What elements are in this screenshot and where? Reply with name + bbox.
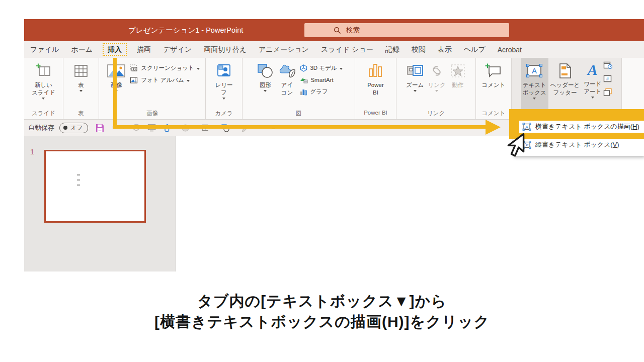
powerbi-icon	[368, 61, 383, 80]
text-box-icon: A	[525, 61, 543, 80]
powerbi-button[interactable]: Power BI	[365, 60, 386, 98]
icons-button[interactable]: アイ コン	[276, 60, 298, 98]
slide-number-button[interactable]: #	[603, 75, 612, 84]
menu-item-vertical-text-box[interactable]: A 縦書きテキスト ボックス(V)	[519, 139, 644, 151]
tutorial-page: プレゼンテーション1 - PowerPoint 検索 ファイル ホーム 挿入 描…	[0, 0, 644, 362]
save-button[interactable]	[95, 123, 105, 133]
group-label-comments: コメント	[476, 110, 511, 119]
screenshot-button[interactable]: スクリーンショット	[130, 64, 200, 72]
chevron-down-icon	[435, 90, 438, 92]
object-button[interactable]	[603, 88, 612, 98]
tab-animations[interactable]: アニメーション	[259, 45, 309, 54]
tab-transitions[interactable]: 画面切り替え	[204, 45, 247, 54]
slide-number: 1	[30, 148, 34, 156]
chevron-down-icon	[197, 68, 200, 70]
text-box-label: テキスト ボックス	[523, 81, 546, 97]
tab-help[interactable]: ヘルプ	[464, 45, 486, 54]
autosave-label: 自動保存	[28, 123, 54, 132]
autosave-toggle[interactable]: オフ	[59, 123, 88, 133]
slide-thumbnail[interactable]	[44, 150, 146, 223]
ribbon-tab-bar: ファイル ホーム 挿入 描画 デザイン 画面切り替え アニメーション スライド …	[24, 41, 644, 58]
shapes-button[interactable]: 図形	[255, 60, 276, 93]
tutorial-arrow-vertical-segment	[113, 58, 117, 127]
smartart-icon	[300, 76, 308, 83]
ribbon-group-illustrations: 図形 アイ コン	[243, 58, 355, 119]
ribbon-group-table: 表 表	[63, 58, 99, 119]
group-label-powerbi: Power BI	[355, 110, 396, 119]
text-box-button[interactable]: A テキスト ボックス	[521, 58, 548, 109]
tab-home[interactable]: ホーム	[71, 45, 93, 54]
group-label-camera: カメラ	[206, 110, 242, 119]
date-time-button[interactable]	[603, 61, 612, 71]
table-label: 表	[78, 81, 84, 89]
chart-button[interactable]: グラフ	[300, 88, 342, 96]
tab-design[interactable]: デザイン	[163, 45, 192, 54]
comment-label: コメント	[481, 81, 505, 89]
icons-label: アイ コン	[281, 81, 293, 97]
chevron-down-icon	[340, 68, 343, 70]
object-icon	[603, 88, 612, 96]
chevron-down-icon	[533, 98, 536, 100]
action-label: 動作	[452, 81, 463, 89]
mouse-cursor-icon	[496, 132, 525, 163]
smartart-label: SmartArt	[310, 77, 333, 83]
table-button[interactable]: 表	[71, 60, 91, 93]
link-button: リンク	[426, 60, 447, 93]
3d-models-button[interactable]: 3D モデル	[300, 64, 342, 72]
menu-item-label: 縦書きテキスト ボックス(V)	[535, 140, 619, 149]
tab-record[interactable]: 記録	[385, 45, 399, 54]
tab-review[interactable]: 校閲	[412, 45, 426, 54]
table-icon	[73, 61, 89, 80]
cameo-button[interactable]: レリー フ	[213, 60, 234, 101]
zoom-label: ズーム	[406, 81, 424, 89]
window-title: プレゼンテーション1 - PowerPoint	[128, 19, 243, 41]
screenshot-label: スクリーンショット	[141, 64, 194, 72]
header-footer-button[interactable]: ヘッダーと フッター	[548, 58, 582, 110]
tab-view[interactable]: 表示	[438, 45, 452, 54]
cameo-icon	[216, 61, 232, 80]
horizontal-text-box-icon: A	[522, 123, 531, 131]
powerbi-label: Power BI	[367, 81, 384, 97]
screenshot-icon	[130, 64, 138, 72]
wordart-button[interactable]: A ワード アート	[582, 58, 603, 110]
new-slide-button[interactable]: 新しい スライド	[30, 60, 57, 101]
ribbon-group-comments: コメント コメント	[476, 58, 512, 119]
ribbon-group-links: ズーム リンク	[396, 58, 476, 119]
tab-draw[interactable]: 描画	[137, 45, 151, 54]
ribbon-group-camera: レリー フ カメラ	[206, 58, 243, 119]
comment-button[interactable]: コメント	[479, 60, 507, 90]
thumbnail-text-marks	[77, 174, 81, 186]
chevron-down-icon	[79, 90, 83, 92]
3d-models-label: 3D モデル	[310, 64, 337, 72]
tutorial-arrow-horizontal-segment	[113, 125, 487, 129]
comment-icon	[485, 61, 502, 80]
tab-acrobat[interactable]: Acrobat	[498, 46, 522, 54]
group-label-illustrations: 図	[243, 110, 355, 119]
ribbon-group-slides: 新しい スライド スライド	[24, 58, 63, 119]
tab-insert[interactable]: 挿入	[103, 43, 127, 56]
link-label: リンク	[428, 81, 445, 89]
toggle-knob	[63, 126, 67, 130]
svg-text:A: A	[532, 66, 537, 75]
chevron-down-icon	[222, 98, 225, 100]
duck-leaf-icon	[278, 61, 296, 80]
menu-item-draw-horizontal-text-box[interactable]: A 横書きテキスト ボックスの描画(H)	[519, 121, 644, 133]
group-label-table: 表	[63, 110, 99, 119]
slide-thumbnail-panel[interactable]: 1	[24, 136, 176, 272]
chart-label: グラフ	[310, 88, 328, 96]
caption-line-2: [横書きテキストボックスの描画(H)]をクリック	[0, 311, 644, 332]
search-icon	[334, 27, 341, 34]
photo-album-icon	[130, 76, 138, 84]
zoom-button[interactable]: ズーム	[404, 60, 426, 93]
search-box[interactable]: 検索	[304, 23, 509, 37]
photo-album-label: フォト アルバム	[141, 76, 184, 84]
wordart-icon: A	[588, 60, 598, 79]
tab-slideshow[interactable]: スライド ショー	[321, 45, 373, 54]
search-placeholder: 検索	[346, 26, 360, 35]
photo-album-button[interactable]: フォト アルバム	[130, 76, 200, 84]
smartart-button[interactable]: SmartArt	[300, 76, 342, 83]
group-label-links: リンク	[396, 110, 475, 119]
tab-insert-label: 挿入	[108, 45, 122, 53]
save-icon	[95, 123, 105, 133]
tab-file[interactable]: ファイル	[30, 45, 59, 54]
